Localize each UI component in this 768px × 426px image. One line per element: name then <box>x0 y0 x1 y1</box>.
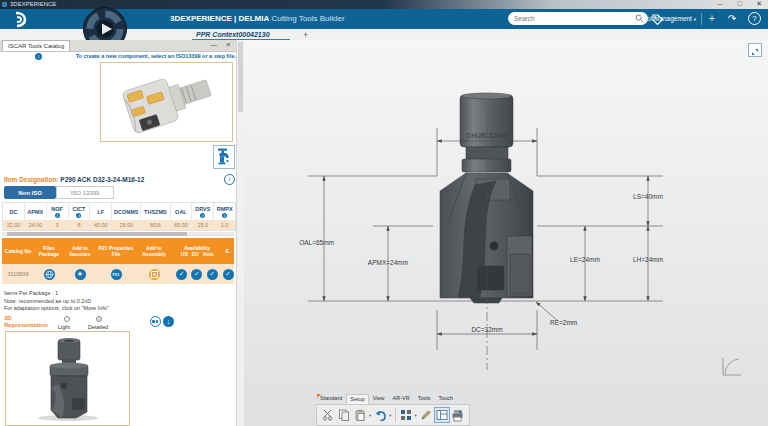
dim-apmx: APMX=24mm <box>368 259 408 266</box>
light-radio-label[interactable]: Light <box>58 324 70 330</box>
catalog-number: 3110839 <box>2 271 34 277</box>
availability-header: Availability US EU Asia <box>172 238 222 264</box>
catalog-table-header: Catalog No Files Package Add to favorite… <box>2 238 234 264</box>
representation-label: 3D Representation <box>4 315 50 329</box>
check-icon: ✓ <box>223 269 234 280</box>
tab-view[interactable]: View <box>369 393 389 404</box>
item-designation: Item Designation: P290 ACK D32-3-24-M16-… <box>4 176 144 183</box>
iso-13399-button[interactable]: ISO 13399 <box>56 186 114 199</box>
dim-lh: LH=24mm <box>633 256 663 263</box>
info-icon[interactable]: i <box>55 213 60 218</box>
annotate-icon[interactable] <box>419 408 433 422</box>
detailed-radio-label[interactable]: Detailed <box>88 324 108 330</box>
brand-suite: Cutting Tools Builder <box>271 14 344 23</box>
application-window: 3DEXPERIENCE – □ ✕ 3DEXPERIENCE | DELMIA… <box>0 0 768 426</box>
non-iso-button[interactable]: Non ISO <box>4 186 56 199</box>
files-package-cell[interactable] <box>34 269 64 280</box>
tab-standard[interactable]: Standard <box>316 393 346 404</box>
globe-icon <box>44 269 55 280</box>
dim-dhub: DHUB=32mm <box>467 132 507 139</box>
app-title: 3DEXPERIENCE | DELMIA Cutting Tools Buil… <box>170 9 345 29</box>
window-close-icon[interactable]: ✕ <box>756 0 762 8</box>
param-col-dconms: DCONMS 29.00 <box>112 203 141 230</box>
dassault-systemes-logo <box>8 11 28 28</box>
more-info-icon[interactable]: i <box>224 174 235 185</box>
print-icon[interactable] <box>451 408 465 422</box>
check-icon: ✓ <box>176 269 187 280</box>
info-icon[interactable]: i <box>222 213 227 218</box>
note-line: Items Per Package : 1 <box>4 290 109 298</box>
search-input[interactable] <box>512 14 635 23</box>
dim-oal: OAL=65mm <box>299 239 334 246</box>
stereo-view-icon[interactable] <box>150 316 161 327</box>
brand-app: DELMIA <box>239 14 270 23</box>
star-icon: ★ <box>75 269 86 280</box>
paste-dropdown-icon[interactable]: ▾ <box>369 413 371 418</box>
dim-le: LE=24mm <box>570 256 600 263</box>
p21-file-cell[interactable]: P21 <box>96 269 136 280</box>
action-bar: Standard Setup View AR-VR Tools Touch ▾ … <box>316 395 470 426</box>
dim-dc: DC=32mm <box>471 326 502 333</box>
info-icon[interactable]: i <box>200 213 205 218</box>
tab-setup[interactable]: Setup <box>346 394 368 404</box>
coolant-faucet-icon[interactable] <box>213 145 235 169</box>
info-icon[interactable]: i <box>76 213 81 218</box>
product-photo <box>100 62 233 142</box>
action-bar-icons: ▾ ▾ ▾ <box>316 404 470 426</box>
parameters-table: DC 32.00 APMX 24.00 NOFi 3 CICTi 6 LF 40… <box>2 202 236 231</box>
viewer-canvas[interactable]: DHUB=32mm OAL=65mm LS=40mm APMX=24mm LE=… <box>244 40 768 426</box>
restore-viewport-icon[interactable] <box>748 43 762 57</box>
download-icon[interactable]: ↓ <box>163 316 174 327</box>
package-notes: Items Per Package : 1 Note: recommended … <box>4 290 109 313</box>
note-line: For adaptation options, click on "More I… <box>4 305 109 313</box>
tab-tools[interactable]: Tools <box>414 393 435 404</box>
light-radio[interactable] <box>64 316 70 322</box>
param-col-nof: NOFi 3 <box>47 203 69 230</box>
window-maximize-icon[interactable]: □ <box>738 0 742 8</box>
window-title: 3DEXPERIENCE <box>10 0 56 9</box>
dim-ls: LS=40mm <box>633 193 663 200</box>
tool-3d-model <box>440 93 533 303</box>
tab-touch[interactable]: Touch <box>435 393 458 404</box>
panel-titlebar: ISCAR Tools Catalog — ✕ <box>0 40 243 52</box>
panel-scrollbar[interactable] <box>236 40 244 426</box>
iscar-tools-catalog-panel: ISCAR Tools Catalog — ✕ ↓ To create a ne… <box>0 40 244 426</box>
paste-icon[interactable] <box>353 408 367 422</box>
window-minimize-icon[interactable]: – <box>718 0 722 8</box>
table-horizontal-scrollbar[interactable] <box>2 232 234 236</box>
cut-icon[interactable] <box>321 408 335 422</box>
action-bar-tabs: Standard Setup View AR-VR Tools Touch <box>316 395 470 404</box>
properties-icon[interactable] <box>399 408 413 422</box>
app-icon <box>2 2 7 7</box>
view-axes-icon <box>723 358 741 375</box>
copy-icon[interactable] <box>337 408 351 422</box>
param-col-lf: LF 40.00 <box>90 203 112 230</box>
catalog-table-row: 3110839 ★ P21 <box>2 264 234 284</box>
brand-sep: | <box>234 14 236 23</box>
share-icon[interactable]: ↷ <box>726 9 738 29</box>
help-icon[interactable]: ? <box>748 9 760 29</box>
param-col-cict: CICTi 6 <box>69 203 91 230</box>
undo-icon[interactable] <box>373 408 387 422</box>
panel-title[interactable]: ISCAR Tools Catalog <box>2 40 70 51</box>
header-separator <box>701 13 702 25</box>
tab-ar-vr[interactable]: AR-VR <box>389 393 414 404</box>
item-designation-label: Item Designation: <box>4 176 59 183</box>
add-button[interactable]: + <box>706 9 718 29</box>
tool-management-menu[interactable]: Tool Management ▾ <box>640 9 696 30</box>
undo-dropdown-icon[interactable]: ▾ <box>389 413 391 418</box>
param-col-drvs: DRVSi 25.0 <box>192 203 214 230</box>
panel-close-icon[interactable]: ✕ <box>226 40 231 50</box>
panel-display-icon[interactable] <box>435 408 449 422</box>
chevron-down-icon: ▾ <box>694 17 696 22</box>
add-to-favorites-cell[interactable]: ★ <box>64 269 96 280</box>
availability-cell: ✓ ✓ ✓ <box>172 269 222 280</box>
add-to-assembly-cell[interactable] <box>136 269 172 280</box>
panel-minimize-icon[interactable]: — <box>211 40 218 50</box>
dim-re: RE=2mm <box>550 319 577 326</box>
param-col-oal: OAL 65.00 <box>171 203 193 230</box>
detailed-radio[interactable] <box>96 316 102 322</box>
search-box[interactable] <box>508 12 648 25</box>
properties-dropdown-icon[interactable]: ▾ <box>415 413 417 418</box>
item-designation-value: P290 ACK D32-3-24-M16-12 <box>60 176 144 183</box>
